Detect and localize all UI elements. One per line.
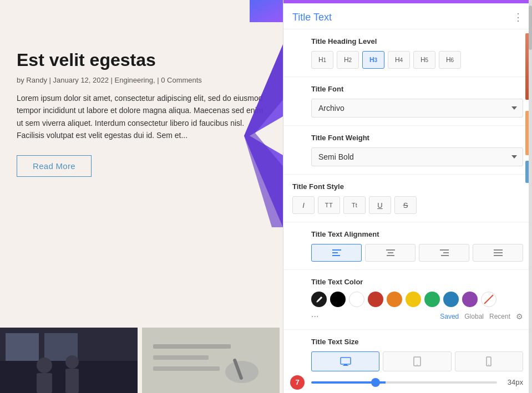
- svg-rect-30: [341, 358, 351, 364]
- decorative-arrow: [244, 44, 283, 229]
- style-capitalize-btn[interactable]: Tt: [343, 196, 366, 214]
- color-white[interactable]: [349, 292, 364, 307]
- device-desktop-btn[interactable]: [311, 351, 379, 371]
- svg-rect-9: [65, 369, 79, 393]
- article-meta: by Randy | January 12, 2022 | Engineerin…: [17, 76, 266, 84]
- svg-rect-25: [494, 249, 503, 251]
- color-tab-saved[interactable]: Saved: [440, 313, 459, 320]
- svg-point-28: [316, 301, 317, 302]
- section-text-alignment: 4 Title Text Alignment: [283, 222, 532, 270]
- color-yellow[interactable]: [406, 292, 421, 307]
- svg-rect-32: [343, 365, 348, 366]
- svg-rect-19: [386, 249, 395, 251]
- svg-rect-17: [332, 252, 338, 253]
- heading-buttons-row: H1 H2 H3 H4 H5 H6: [311, 51, 523, 69]
- svg-rect-7: [37, 373, 52, 393]
- step-badge-7: 7: [290, 375, 305, 390]
- align-left-btn[interactable]: [311, 244, 362, 262]
- heading-btn-h4[interactable]: H4: [388, 51, 410, 69]
- section-text-size: 6 Title Text Size 7 34px: [283, 330, 532, 393]
- scrollbar-thumb[interactable]: [529, 6, 532, 50]
- svg-line-29: [484, 295, 493, 304]
- panel-title: Title Text: [292, 12, 332, 23]
- expand-dots[interactable]: ···: [311, 312, 318, 321]
- thumbnail-2: [142, 328, 280, 393]
- device-tablet-btn[interactable]: [383, 351, 451, 371]
- size-value-display: 34px: [504, 378, 523, 386]
- svg-point-8: [65, 355, 79, 369]
- svg-rect-12: [153, 355, 209, 360]
- svg-marker-1: [244, 44, 283, 227]
- style-uppercase-btn[interactable]: TT: [318, 196, 340, 214]
- svg-rect-26: [494, 252, 503, 253]
- text-size-label: Title Text Size: [311, 338, 523, 346]
- style-underline-btn[interactable]: U: [369, 196, 391, 214]
- text-color-label: Title Text Color: [311, 278, 523, 286]
- svg-rect-23: [443, 252, 449, 253]
- color-red[interactable]: [368, 292, 383, 307]
- three-dots-menu[interactable]: ⋮: [513, 11, 523, 23]
- font-style-buttons: I TT Tt U S: [292, 196, 523, 214]
- svg-rect-11: [153, 344, 231, 349]
- svg-point-14: [225, 361, 259, 383]
- color-tab-recent[interactable]: Recent: [489, 313, 510, 320]
- svg-rect-27: [494, 255, 503, 256]
- svg-point-36: [489, 364, 490, 365]
- heading-btn-h5[interactable]: H5: [413, 51, 435, 69]
- color-tab-global[interactable]: Global: [464, 313, 484, 320]
- eyedropper-btn[interactable]: [311, 292, 327, 307]
- section-heading-level: 1 Title Heading Level H1 H2 H3 H4 H5 H6: [283, 29, 532, 77]
- svg-rect-31: [344, 364, 347, 365]
- thumbnail-1: [0, 328, 138, 393]
- section-text-color: 5 Title Text Color ··· Saved Global Rece…: [283, 270, 532, 330]
- svg-rect-20: [388, 252, 393, 253]
- heading-btn-h3[interactable]: H3: [362, 51, 384, 69]
- style-strikethrough-btn[interactable]: S: [394, 196, 417, 214]
- align-right-btn[interactable]: [419, 244, 469, 262]
- device-buttons-row: [311, 351, 523, 371]
- heading-btn-h2[interactable]: H2: [337, 51, 359, 69]
- svg-rect-10: [142, 328, 280, 393]
- article-body: Lorem ipsum dolor sit amet, consectetur …: [17, 92, 266, 142]
- section-font: 2 Title Font Archivo Arial Roboto Open S…: [283, 77, 532, 126]
- color-purple[interactable]: [462, 292, 478, 307]
- svg-rect-24: [441, 255, 449, 256]
- section-font-weight: 3 Title Font Weight Semi Bold Regular Bo…: [283, 126, 532, 175]
- svg-rect-21: [387, 255, 394, 256]
- thumbnails-row: [0, 328, 283, 393]
- color-settings-icon[interactable]: ⚙: [516, 312, 523, 321]
- heading-level-label: Title Heading Level: [311, 37, 523, 45]
- font-select[interactable]: Archivo Arial Roboto Open Sans: [311, 99, 523, 118]
- alignment-label: Title Text Alignment: [311, 230, 523, 238]
- color-swatches-row: [311, 292, 523, 307]
- align-justify-btn[interactable]: [473, 244, 523, 262]
- alignment-buttons: [311, 244, 523, 262]
- color-black[interactable]: [330, 292, 346, 307]
- font-style-label: Title Font Style: [292, 182, 523, 191]
- svg-point-34: [417, 364, 418, 365]
- color-green[interactable]: [424, 292, 440, 307]
- panel-title-bar: Title Text ⋮: [283, 3, 532, 29]
- scrollbar-track[interactable]: [529, 0, 532, 393]
- color-slash[interactable]: [481, 292, 496, 307]
- article-title: Est velit egestas: [17, 50, 266, 70]
- svg-rect-18: [332, 255, 340, 256]
- font-label: Title Font: [311, 85, 523, 93]
- color-orange[interactable]: [387, 292, 402, 307]
- size-slider[interactable]: [311, 381, 497, 384]
- align-center-btn[interactable]: [365, 244, 416, 262]
- device-mobile-btn[interactable]: [455, 351, 523, 371]
- read-more-button[interactable]: Read More: [17, 155, 92, 177]
- svg-rect-4: [6, 333, 39, 361]
- color-tabs-row: ··· Saved Global Recent ⚙: [311, 312, 523, 321]
- color-blue[interactable]: [443, 292, 459, 307]
- heading-btn-h1[interactable]: H1: [311, 51, 333, 69]
- svg-point-6: [37, 358, 52, 373]
- section-font-style: Title Font Style I TT Tt U S: [283, 175, 532, 222]
- heading-btn-h6[interactable]: H6: [439, 51, 461, 69]
- right-panel: Title Text ⋮ 1 Title Heading Level H1 H2…: [283, 0, 532, 393]
- font-weight-select[interactable]: Semi Bold Regular Bold Light: [311, 147, 523, 166]
- style-italic-btn[interactable]: I: [292, 196, 315, 214]
- svg-rect-22: [440, 249, 449, 251]
- font-weight-label: Title Font Weight: [311, 134, 523, 142]
